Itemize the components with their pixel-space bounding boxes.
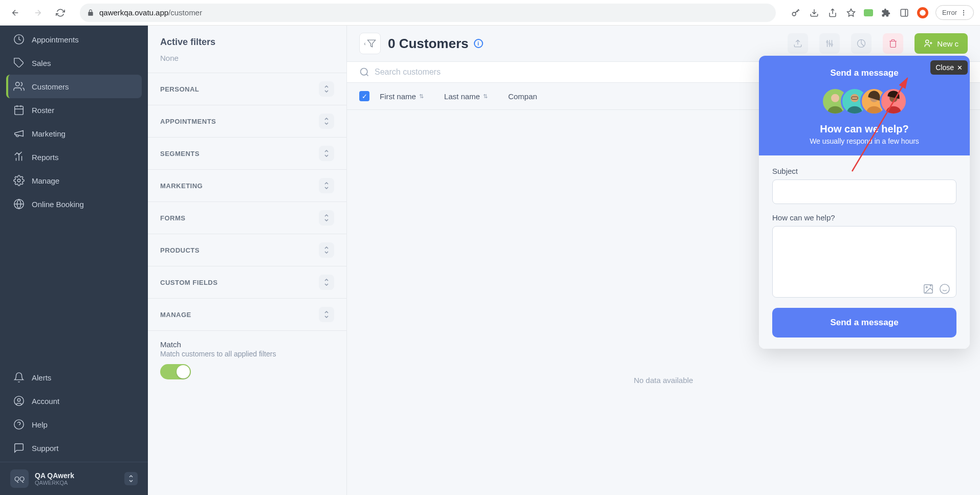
sidebar-item-customers[interactable]: Customers bbox=[6, 75, 142, 98]
body-label: How can we help? bbox=[772, 213, 956, 222]
sidebar-label: Marketing bbox=[32, 129, 66, 138]
chevron-updown-icon bbox=[319, 242, 334, 258]
key-icon[interactable] bbox=[790, 7, 801, 18]
sidebar-item-alerts[interactable]: Alerts bbox=[6, 366, 142, 389]
help-question: How can we help? bbox=[769, 123, 960, 135]
sidebar: Appointments Sales Customers Roster Mark… bbox=[0, 26, 148, 495]
svg-point-37 bbox=[940, 284, 949, 294]
sidebar-item-help[interactable]: Help bbox=[6, 413, 142, 436]
svg-rect-10 bbox=[15, 106, 24, 115]
filters-none: None bbox=[148, 54, 346, 73]
sidebar-label: Manage bbox=[32, 176, 59, 185]
megaphone-icon bbox=[13, 128, 25, 139]
support-avatars bbox=[769, 87, 960, 115]
segment-button[interactable] bbox=[851, 33, 872, 54]
camera-indicator bbox=[864, 9, 873, 16]
column-company[interactable]: Compan bbox=[508, 92, 537, 101]
subject-input[interactable] bbox=[772, 179, 956, 204]
help-widget: Send a message How can we help? We usual… bbox=[759, 56, 970, 349]
filter-section-marketing[interactable]: MARKETING bbox=[148, 169, 346, 201]
chevron-updown-icon bbox=[319, 114, 334, 129]
emoji-icon[interactable] bbox=[939, 283, 950, 295]
svg-point-5 bbox=[963, 12, 964, 13]
send-message-button[interactable]: Send a message bbox=[772, 308, 956, 338]
user-avatar: QQ bbox=[10, 469, 29, 488]
users-icon bbox=[13, 81, 25, 92]
svg-point-17 bbox=[17, 179, 20, 182]
select-all-checkbox[interactable]: ✓ bbox=[359, 91, 369, 101]
help-widget-body: Subject How can we help? Send a message bbox=[759, 155, 970, 349]
chevron-updown-icon bbox=[319, 275, 334, 290]
match-sub: Match customers to all applied filters bbox=[160, 350, 334, 358]
browser-reload-button[interactable] bbox=[51, 4, 70, 22]
sidebar-item-reports[interactable]: Reports bbox=[6, 145, 142, 169]
close-button[interactable]: Close ✕ bbox=[930, 60, 968, 75]
filter-section-custom-fields[interactable]: CUSTOM FIELDS bbox=[148, 266, 346, 298]
browser-back-button[interactable] bbox=[6, 4, 25, 22]
match-toggle[interactable] bbox=[160, 364, 191, 379]
svg-point-21 bbox=[17, 398, 20, 401]
help-icon bbox=[13, 419, 25, 430]
sidebar-label: Customers bbox=[32, 82, 69, 91]
avatar bbox=[880, 87, 907, 115]
user-toggle[interactable] bbox=[124, 472, 138, 485]
browser-url-bar[interactable]: qawerkqa.ovatu.app/customer bbox=[80, 4, 776, 22]
svg-point-9 bbox=[16, 82, 19, 86]
chevron-updown-icon bbox=[319, 210, 334, 226]
column-first-name[interactable]: First name⇅ bbox=[380, 92, 424, 101]
gear-icon bbox=[13, 175, 25, 186]
filter-section-segments[interactable]: SEGMENTS bbox=[148, 137, 346, 169]
filter-section-personal[interactable]: PERSONAL bbox=[148, 73, 346, 105]
url-domain: qawerkqa.ovatu.app bbox=[99, 8, 168, 17]
star-icon[interactable] bbox=[845, 7, 857, 18]
match-title: Match bbox=[160, 340, 334, 349]
svg-point-22 bbox=[14, 420, 24, 429]
sidebar-item-sales[interactable]: Sales bbox=[6, 51, 142, 75]
match-block: Match Match customers to all applied fil… bbox=[148, 330, 346, 389]
download-icon[interactable] bbox=[809, 7, 820, 18]
filters-title: Active filters bbox=[148, 26, 346, 54]
user-block[interactable]: QQ QA QAwerk QAWERKQA bbox=[0, 462, 148, 495]
merge-button[interactable] bbox=[819, 33, 840, 54]
filter-section-appointments[interactable]: APPOINTMENTS bbox=[148, 105, 346, 137]
tag-icon bbox=[13, 57, 25, 69]
share-icon[interactable] bbox=[827, 7, 838, 18]
info-icon[interactable]: i bbox=[474, 39, 483, 48]
browser-forward-button[interactable] bbox=[29, 4, 47, 22]
filter-section-products[interactable]: PRODUCTS bbox=[148, 234, 346, 266]
extensions-icon[interactable] bbox=[880, 7, 891, 18]
sidebar-item-online-booking[interactable]: Online Booking bbox=[6, 192, 142, 216]
profile-avatar[interactable] bbox=[917, 7, 928, 18]
new-customer-button[interactable]: New c bbox=[914, 33, 968, 54]
column-last-name[interactable]: Last name⇅ bbox=[444, 92, 488, 101]
user-sub: QAWERKQA bbox=[35, 480, 118, 486]
sidebar-label: Roster bbox=[32, 106, 54, 115]
sidebar-label: Alerts bbox=[32, 373, 51, 382]
content-area: ‹ 0 Customers i New c ✓ First name⇅ bbox=[347, 26, 980, 495]
attach-image-icon[interactable] bbox=[923, 283, 934, 295]
calendar-icon bbox=[13, 104, 25, 116]
svg-point-36 bbox=[926, 286, 927, 288]
filter-section-forms[interactable]: FORMS bbox=[148, 201, 346, 234]
sidebar-label: Account bbox=[32, 397, 59, 406]
chevron-updown-icon bbox=[319, 307, 334, 322]
browser-actions: Error bbox=[790, 5, 974, 20]
chevron-updown-icon bbox=[319, 81, 334, 97]
panel-icon[interactable] bbox=[899, 7, 910, 18]
browser-error-button[interactable]: Error bbox=[935, 5, 974, 20]
delete-button[interactable] bbox=[883, 33, 903, 54]
svg-point-25 bbox=[829, 43, 831, 44]
sidebar-item-manage[interactable]: Manage bbox=[6, 169, 142, 192]
sidebar-item-roster[interactable]: Roster bbox=[6, 98, 142, 122]
sidebar-item-support[interactable]: Support bbox=[6, 436, 142, 460]
user-icon bbox=[13, 395, 25, 407]
sidebar-item-marketing[interactable]: Marketing bbox=[6, 122, 142, 145]
filter-section-manage[interactable]: MANAGE bbox=[148, 298, 346, 330]
sidebar-item-account[interactable]: Account bbox=[6, 389, 142, 413]
user-name: QA QAwerk bbox=[35, 471, 118, 480]
export-button[interactable] bbox=[788, 33, 808, 54]
globe-icon bbox=[13, 198, 25, 210]
sidebar-item-appointments[interactable]: Appointments bbox=[6, 28, 142, 51]
svg-point-30 bbox=[831, 94, 839, 102]
collapse-filters-button[interactable]: ‹ bbox=[359, 33, 381, 54]
